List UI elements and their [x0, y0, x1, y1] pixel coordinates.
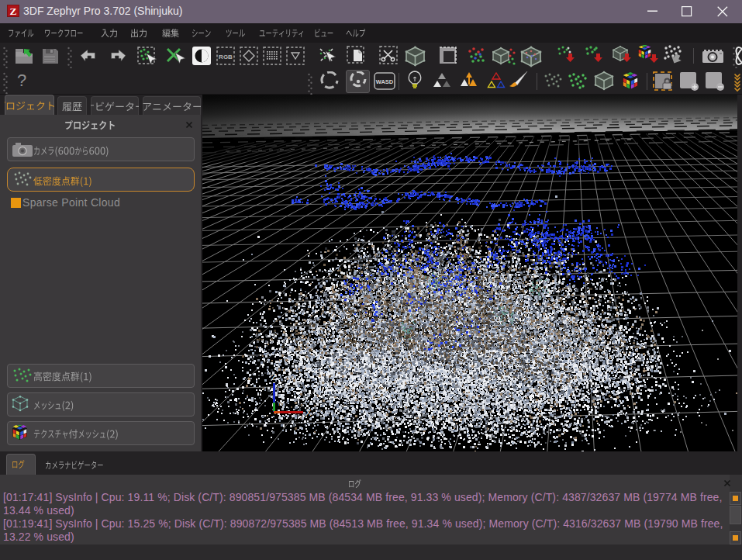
svg-text:RGB: RGB	[219, 54, 233, 60]
svg-text:WASD: WASD	[376, 78, 394, 85]
svg-text:Z: Z	[9, 5, 16, 17]
svg-text:Z: Z	[271, 372, 277, 382]
svg-text:X: X	[305, 408, 312, 417]
svg-text:Y: Y	[277, 399, 281, 407]
